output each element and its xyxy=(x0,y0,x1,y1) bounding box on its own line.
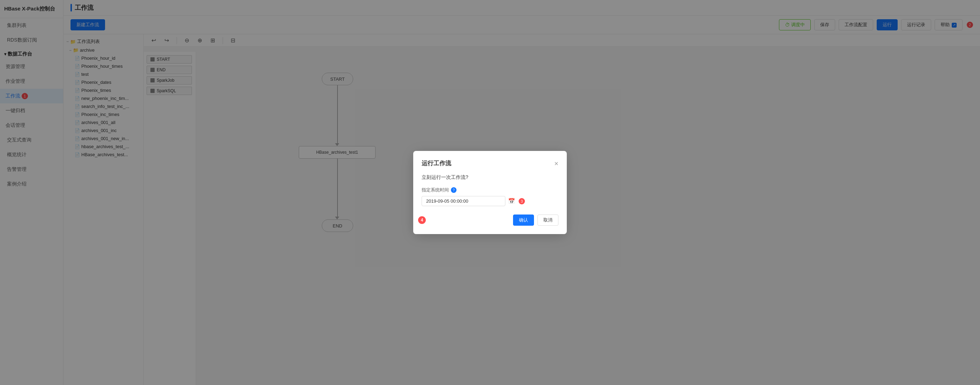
step-3-badge: 3 xyxy=(519,198,525,204)
modal-header: 运行工作流 × xyxy=(422,159,558,167)
datetime-input[interactable] xyxy=(422,196,505,206)
run-workflow-modal: 运行工作流 × 立刻运行一次工作流? 指定系统时间 ? 📅 3 4 确认 取消 xyxy=(413,151,567,234)
step-4-badge: 4 xyxy=(418,216,426,224)
modal-footer: 4 确认 取消 xyxy=(422,214,558,226)
modal-title: 运行工作流 xyxy=(422,159,451,167)
modal-overlay: 运行工作流 × 立刻运行一次工作流? 指定系统时间 ? 📅 3 4 确认 取消 xyxy=(0,0,980,385)
cancel-button[interactable]: 取消 xyxy=(538,214,558,226)
modal-body: 立刻运行一次工作流? 指定系统时间 ? 📅 3 xyxy=(422,174,558,206)
date-input-row: 📅 3 xyxy=(422,196,558,206)
modal-field-label: 指定系统时间 ? xyxy=(422,187,558,193)
modal-close-button[interactable]: × xyxy=(554,160,558,167)
modal-question: 立刻运行一次工作流? xyxy=(422,174,558,181)
help-icon[interactable]: ? xyxy=(451,187,457,193)
calendar-icon[interactable]: 📅 xyxy=(508,198,515,204)
confirm-button[interactable]: 确认 xyxy=(513,214,534,226)
